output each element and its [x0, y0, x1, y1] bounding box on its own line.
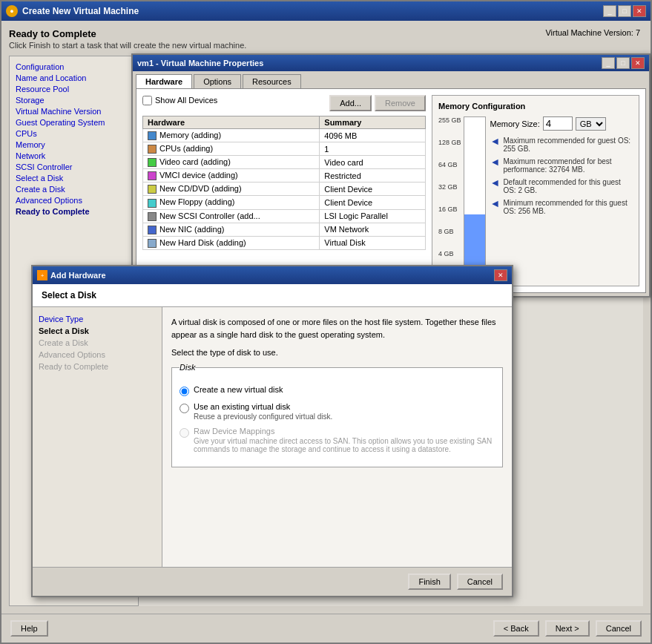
table-row[interactable]: CPUs (adding)1 — [143, 142, 426, 156]
help-button[interactable]: Help — [10, 620, 48, 637]
hw-cell-name: Memory (adding) — [143, 129, 320, 142]
hw-cell-summary: Video card — [320, 156, 426, 169]
table-row[interactable]: New Hard Disk (adding)Virtual Disk — [143, 236, 426, 249]
mem-label-2: 64 GB — [438, 161, 461, 168]
disk-group-title: Disk — [180, 363, 195, 372]
memory-icon — [148, 131, 157, 140]
sidebar-item-select-disk[interactable]: Select a Disk — [16, 174, 132, 183]
sidebar-item-cpus[interactable]: CPUs — [16, 129, 132, 138]
table-row[interactable]: New NIC (adding)VM Network — [143, 223, 426, 236]
add-hw-body: Select a Disk Device Type Select a Disk … — [33, 284, 512, 596]
mem-label-4: 16 GB — [438, 206, 461, 213]
scsi-icon — [148, 212, 157, 221]
main-cancel-button[interactable]: Cancel — [596, 620, 642, 637]
show-all-checkbox[interactable] — [142, 96, 152, 105]
add-hw-description: A virtual disk is composed of one or mor… — [171, 316, 503, 341]
sidebar-item-vm-version[interactable]: Virtual Machine Version — [16, 107, 132, 116]
minimize-button[interactable]: _ — [603, 5, 616, 17]
mem-label-6: 4 GB — [438, 250, 461, 257]
table-row[interactable]: VMCI device (adding)Restricted — [143, 169, 426, 183]
sidebar-item-configuration[interactable]: Configuration — [16, 62, 132, 71]
radio-use-existing: Use an existing virtual disk Reuse a pre… — [180, 402, 495, 421]
radio-use-existing-input[interactable] — [180, 404, 189, 413]
hw-left-panel: Show All Devices Add... Remove Hardware … — [142, 95, 426, 286]
sidebar-item-scsi[interactable]: SCSI Controller — [16, 162, 132, 171]
table-row[interactable]: Memory (adding)4096 MB — [143, 129, 426, 142]
maximize-button[interactable]: □ — [618, 5, 631, 17]
vm-props-controls: _ □ ✕ — [602, 57, 645, 69]
hw-cell-summary: 4096 MB — [320, 129, 426, 142]
table-row[interactable]: Video card (adding)Video card — [143, 156, 426, 169]
vm-maximize-button[interactable]: □ — [616, 57, 630, 69]
vm-version-label: Virtual Machine Version: 7 — [545, 28, 640, 37]
ready-subtitle: Click Finish to start a task that will c… — [9, 41, 643, 50]
mem-label-3: 32 GB — [438, 183, 461, 191]
radio-use-existing-sublabel: Reuse a previously configured virtual di… — [194, 413, 332, 421]
table-row[interactable]: New Floppy (adding)Client Device — [143, 196, 426, 209]
tab-resources[interactable]: Resources — [243, 74, 301, 88]
mem-note-text-2: Default recommended for this guest OS: 2… — [503, 178, 633, 194]
table-row[interactable]: New CD/DVD (adding)Client Device — [143, 183, 426, 196]
hw-cell-summary: VM Network — [320, 223, 426, 236]
cdvd-icon — [148, 185, 157, 194]
mem-size-input[interactable] — [543, 116, 573, 131]
window-controls: _ □ ✕ — [603, 5, 646, 17]
add-button[interactable]: Add... — [329, 95, 372, 111]
next-button[interactable]: Next > — [545, 620, 590, 637]
add-hw-footer: Finish Cancel — [33, 567, 512, 596]
hw-cell-summary: Client Device — [320, 183, 426, 196]
close-button[interactable]: ✕ — [633, 5, 646, 17]
table-row[interactable]: New SCSI Controller (add...LSI Logic Par… — [143, 209, 426, 223]
hw-btn-row: Show All Devices Add... Remove — [142, 95, 426, 111]
mem-bar-labels: 255 GB 128 GB 64 GB 32 GB 16 GB 8 GB 4 G… — [438, 116, 461, 280]
finish-button[interactable]: Finish — [408, 574, 450, 590]
tab-hardware[interactable]: Hardware — [136, 74, 192, 88]
arrow-icon-3: ◄ — [490, 197, 501, 209]
hw-cell-summary: 1 — [320, 142, 426, 156]
radio-use-existing-label: Use an existing virtual disk — [194, 402, 332, 411]
add-hw-main: Device Type Select a Disk Create a Disk … — [33, 307, 512, 567]
add-hw-title: Add Hardware — [50, 271, 491, 280]
mem-config: Memory Configuration 255 GB 128 GB 64 GB… — [432, 95, 639, 286]
mem-note-text-3: Minimum recommended for this guest OS: 2… — [503, 199, 633, 215]
vmci-icon — [148, 171, 157, 180]
mem-bar-container — [464, 116, 486, 280]
mem-size-row: Memory Size: MB GB — [490, 116, 633, 131]
app-icon: ● — [6, 5, 18, 17]
mem-size-label: Memory Size: — [490, 119, 540, 128]
tab-options[interactable]: Options — [194, 74, 241, 88]
dialog-cancel-button[interactable]: Cancel — [457, 574, 503, 590]
vm-minimize-button[interactable]: _ — [602, 57, 615, 69]
sidebar-item-advanced[interactable]: Advanced Options — [16, 196, 132, 205]
sidebar-item-create-disk[interactable]: Create a Disk — [16, 185, 132, 194]
sidebar-item-network[interactable]: Network — [16, 151, 132, 160]
hw-cell-name: New CD/DVD (adding) — [143, 183, 320, 196]
hw-cell-summary: Virtual Disk — [320, 236, 426, 249]
sidebar-item-ready[interactable]: Ready to Complete — [16, 207, 132, 216]
sidebar-item-guest-os[interactable]: Guest Operating System — [16, 118, 132, 127]
mem-note-text-1: Maximum recommended for best performance… — [503, 157, 633, 174]
sidebar-item-resource-pool[interactable]: Resource Pool — [16, 85, 132, 93]
main-title: Create New Virtual Machine — [22, 6, 599, 16]
back-button[interactable]: < Back — [493, 620, 539, 637]
add-hw-nav-advanced-opts: Advanced Options — [39, 350, 156, 359]
radio-raw-device-sublabel: Give your virtual machine direct access … — [194, 437, 495, 453]
add-hw-close[interactable]: ✕ — [494, 269, 507, 281]
mem-config-title: Memory Configuration — [438, 102, 633, 111]
main-window: ● Create New Virtual Machine _ □ ✕ Ready… — [0, 0, 652, 644]
vm-close-button[interactable]: ✕ — [631, 57, 645, 69]
show-all-text: Show All Devices — [155, 96, 217, 105]
mem-size-unit[interactable]: MB GB — [576, 117, 606, 131]
mem-note-2: ◄ Default recommended for this guest OS:… — [490, 178, 633, 194]
radio-create-new-input[interactable] — [180, 387, 189, 396]
disk-group: Disk Create a new virtual disk — [171, 363, 503, 467]
sidebar-item-memory[interactable]: Memory — [16, 140, 132, 149]
sidebar-item-name-location[interactable]: Name and Location — [16, 73, 132, 82]
arrow-icon-2: ◄ — [490, 177, 501, 188]
add-hw-nav-ready: Ready to Complete — [39, 362, 156, 371]
sidebar-item-storage[interactable]: Storage — [16, 96, 132, 105]
add-hw-nav-device-type[interactable]: Device Type — [39, 315, 156, 323]
hw-cell-name: New Hard Disk (adding) — [143, 236, 320, 249]
remove-button[interactable]: Remove — [375, 95, 426, 111]
radio-create-new: Create a new virtual disk — [180, 385, 495, 396]
